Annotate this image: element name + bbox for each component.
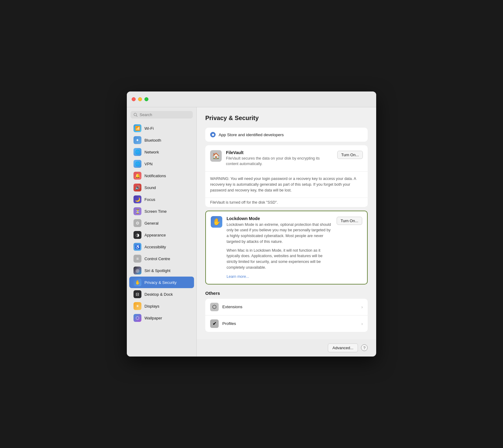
general-label: General <box>144 221 158 226</box>
privacy-label: Privacy & Security <box>144 280 176 285</box>
sidebar-item-wifi[interactable]: 📶Wi-Fi <box>129 122 194 134</box>
main-panel: Privacy & Security App Store and identif… <box>197 107 376 356</box>
extensions-chevron-icon: › <box>361 305 363 309</box>
sidebar: 📶Wi-Fi✦Bluetooth🌐Network🌐VPN🔔Notificatio… <box>127 107 197 356</box>
search-container <box>127 111 196 122</box>
filevault-turn-on-button[interactable]: Turn On... <box>337 151 363 159</box>
sound-label: Sound <box>144 185 156 190</box>
general-icon: ⚙ <box>134 219 141 227</box>
lockdown-section: ✋ Lockdown Mode Lockdown Mode is an extr… <box>205 211 368 284</box>
filevault-status: FileVault is turned off for the disk "SS… <box>205 198 368 207</box>
filevault-description: FileVault secures the data on your disk … <box>226 156 333 167</box>
filevault-icon: 🏠 <box>210 150 222 162</box>
siri-icon: ◎ <box>134 267 141 274</box>
lockdown-top: ✋ Lockdown Mode Lockdown Mode is an extr… <box>206 211 367 284</box>
lockdown-learn-more-link[interactable]: Learn more... <box>227 274 249 279</box>
bluetooth-label: Bluetooth <box>144 138 161 143</box>
siri-label: Siri & Spotlight <box>144 268 170 273</box>
search-icon <box>134 113 138 117</box>
sidebar-item-accessibility[interactable]: ♿Accessibility <box>129 241 194 253</box>
profiles-label: Profiles <box>222 321 358 326</box>
lockdown-title: Lockdown Mode <box>227 216 332 221</box>
network-icon: 🌐 <box>134 148 141 156</box>
bottom-bar: Advanced... ? <box>197 339 376 357</box>
extensions-row[interactable]: ⬡ Extensions › <box>205 299 368 315</box>
sidebar-item-network[interactable]: 🌐Network <box>129 146 194 158</box>
notifications-icon: 🔔 <box>134 172 141 180</box>
main-content: Privacy & Security App Store and identif… <box>197 107 376 339</box>
close-button[interactable] <box>132 97 136 101</box>
sidebar-item-wallpaper[interactable]: ⬡Wallpaper <box>129 312 194 324</box>
lockdown-turn-on-button[interactable]: Turn On... <box>337 217 362 225</box>
extensions-label: Extensions <box>222 305 358 309</box>
filevault-section: 🏠 FileVault FileVault secures the data o… <box>205 145 368 207</box>
sidebar-item-displays[interactable]: ☀Displays <box>129 300 194 312</box>
settings-window: 📶Wi-Fi✦Bluetooth🌐Network🌐VPN🔔Notificatio… <box>127 91 376 356</box>
profiles-row[interactable]: ✔ Profiles › <box>205 315 368 332</box>
wallpaper-label: Wallpaper <box>144 316 162 320</box>
extensions-icon: ⬡ <box>210 303 219 311</box>
search-input[interactable] <box>140 112 190 117</box>
sidebar-items: 📶Wi-Fi✦Bluetooth🌐Network🌐VPN🔔Notificatio… <box>127 122 196 324</box>
controlcentre-label: Control Centre <box>144 257 170 261</box>
window-content: 📶Wi-Fi✦Bluetooth🌐Network🌐VPN🔔Notificatio… <box>127 107 376 356</box>
privacy-icon: ✋ <box>134 278 141 286</box>
displays-label: Displays <box>144 304 159 308</box>
sidebar-item-focus[interactable]: 🌙Focus <box>129 194 194 205</box>
bluetooth-icon: ✦ <box>134 136 141 144</box>
appearance-label: Appearance <box>144 233 166 237</box>
sound-icon: 🔊 <box>134 184 141 191</box>
app-store-row[interactable]: App Store and identified developers <box>205 128 368 142</box>
appearance-icon: ◑ <box>134 231 141 239</box>
sidebar-item-privacy[interactable]: ✋Privacy & Security <box>129 277 194 288</box>
sidebar-item-sound[interactable]: 🔊Sound <box>129 182 194 193</box>
vpn-label: VPN <box>144 162 153 166</box>
app-store-label: App Store and identified developers <box>219 133 284 137</box>
wifi-label: Wi-Fi <box>144 126 154 131</box>
lockdown-desc2: When Mac is in Lockdown Mode, it will no… <box>227 248 332 271</box>
filevault-text: FileVault FileVault secures the data on … <box>226 150 333 167</box>
controlcentre-icon: ≡ <box>134 255 141 263</box>
sidebar-item-bluetooth[interactable]: ✦Bluetooth <box>129 134 194 146</box>
filevault-warning: WARNING: You will need your login passwo… <box>205 172 368 198</box>
sidebar-item-appearance[interactable]: ◑Appearance <box>129 229 194 241</box>
help-button[interactable]: ? <box>361 344 368 351</box>
displays-icon: ☀ <box>134 302 141 310</box>
advanced-button[interactable]: Advanced... <box>328 343 358 352</box>
minimize-button[interactable] <box>138 97 142 101</box>
sidebar-item-controlcentre[interactable]: ≡Control Centre <box>129 253 194 264</box>
sidebar-item-notifications[interactable]: 🔔Notifications <box>129 170 194 181</box>
desktop-icon: ⊟ <box>134 290 141 298</box>
focus-icon: 🌙 <box>134 195 141 203</box>
filevault-top: 🏠 FileVault FileVault secures the data o… <box>205 145 368 172</box>
screentime-label: Screen Time <box>144 209 167 214</box>
sidebar-item-screentime[interactable]: ⏳Screen Time <box>129 205 194 217</box>
svg-line-1 <box>136 115 137 116</box>
wallpaper-icon: ⬡ <box>134 314 141 322</box>
notifications-label: Notifications <box>144 174 166 178</box>
screentime-icon: ⏳ <box>134 207 141 215</box>
sidebar-item-siri[interactable]: ◎Siri & Spotlight <box>129 265 194 276</box>
accessibility-label: Accessibility <box>144 245 166 249</box>
page-title: Privacy & Security <box>205 115 368 122</box>
sidebar-item-general[interactable]: ⚙General <box>129 217 194 229</box>
titlebar <box>127 91 376 107</box>
traffic-lights <box>132 97 148 101</box>
search-box[interactable] <box>130 111 193 119</box>
accessibility-icon: ♿ <box>134 243 141 251</box>
lockdown-desc1: Lockdown Mode is an extreme, optional pr… <box>227 222 332 245</box>
sidebar-item-desktop[interactable]: ⊟Desktop & Dock <box>129 288 194 300</box>
others-title: Others <box>205 291 368 296</box>
others-card: ⬡ Extensions › ✔ Profiles › <box>205 299 368 332</box>
radio-button[interactable] <box>210 132 216 137</box>
focus-label: Focus <box>144 197 155 202</box>
profiles-icon: ✔ <box>210 319 219 328</box>
wifi-icon: 📶 <box>134 124 141 132</box>
filevault-title: FileVault <box>226 150 333 155</box>
radio-inner <box>212 134 214 136</box>
profiles-chevron-icon: › <box>361 321 363 326</box>
sidebar-item-vpn[interactable]: 🌐VPN <box>129 158 194 170</box>
vpn-icon: 🌐 <box>134 160 141 168</box>
lockdown-icon: ✋ <box>211 216 222 228</box>
maximize-button[interactable] <box>144 97 148 101</box>
